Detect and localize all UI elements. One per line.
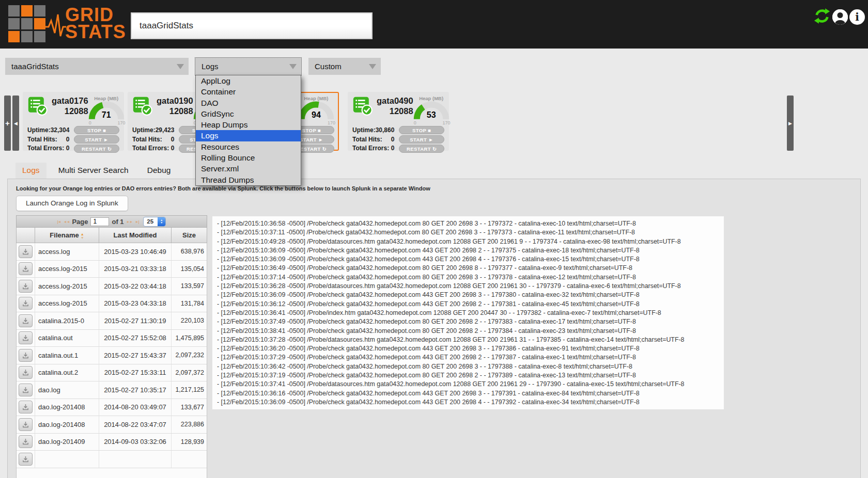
- table-row[interactable]: access.log-2015 2015-03-23 04:33:18 131,…: [17, 295, 207, 313]
- file-size: 1,475,895: [172, 330, 207, 347]
- file-name: dao.log: [35, 381, 99, 399]
- last-page-icon[interactable]: ►|: [135, 220, 138, 224]
- custom-select[interactable]: Custom: [308, 58, 381, 75]
- size-column-header[interactable]: Size: [172, 228, 207, 243]
- download-button[interactable]: [19, 262, 33, 275]
- table-row[interactable]: dao.log-201408 2014-08-22 03:47:07 223,8…: [17, 416, 207, 434]
- grid-select[interactable]: taaaGridStats: [5, 58, 189, 75]
- download-button[interactable]: [19, 314, 33, 327]
- file-modified: 2015-02-27 15:33:11: [99, 364, 172, 381]
- file-name: catalina.out.1: [35, 347, 99, 364]
- table-row[interactable]: dao.log-201408 2014-08-20 03:49:07 133,6…: [17, 399, 207, 417]
- dropdown-option[interactable]: GridSync: [196, 108, 301, 119]
- dropdown-option[interactable]: Resources: [196, 141, 301, 152]
- server-card[interactable]: gata0176 12088 Heap (MB) 71 0 170 Uptime…: [23, 92, 124, 151]
- table-row[interactable]: catalina.out.1 2015-02-27 15:43:37 2,097…: [17, 347, 207, 364]
- log-output[interactable]: - [12/Feb/2015:10:36:58 -0500] /Probe/ch…: [212, 216, 724, 409]
- search-input[interactable]: [131, 12, 373, 39]
- next-page-icon[interactable]: ►►: [127, 220, 133, 224]
- download-button[interactable]: [19, 297, 33, 310]
- dropdown-option[interactable]: Thread Dumps: [196, 174, 301, 185]
- page-of-label: of 1: [112, 218, 123, 226]
- first-page-icon[interactable]: |◄: [57, 220, 61, 224]
- custom-select-value: Custom: [315, 62, 342, 71]
- table-row[interactable]: catalina.out 2015-02-27 15:52:08 1,475,8…: [17, 330, 207, 347]
- errors-value: 0: [391, 145, 395, 154]
- refresh-icon[interactable]: [813, 7, 831, 27]
- info-icon[interactable]: [849, 9, 865, 25]
- download-button[interactable]: [19, 401, 33, 413]
- dropdown-option[interactable]: DAO: [196, 98, 301, 108]
- logo-square: [21, 18, 33, 29]
- restart-button[interactable]: RESTART ↻: [74, 145, 119, 153]
- table-row[interactable]: access.log-2015 2015-03-21 03:33:18 135,…: [17, 261, 207, 278]
- tab[interactable]: Logs: [16, 163, 47, 179]
- heap-max: 170: [328, 120, 335, 125]
- download-button[interactable]: [19, 453, 33, 466]
- dropdown-option[interactable]: Rolling Bounce: [196, 152, 301, 163]
- file-modified: [99, 451, 172, 468]
- hits-label: Total Hits:: [352, 136, 382, 145]
- start-button[interactable]: START ►: [399, 135, 444, 144]
- log-line: - [12/Feb/2015:10:37:29 -0500] /Probe/ch…: [217, 353, 719, 362]
- file-size: 133,677: [172, 399, 207, 416]
- prev-page-icon[interactable]: ◄◄: [64, 220, 70, 224]
- table-row[interactable]: catalina.out.2 2015-02-27 15:33:11 2,097…: [17, 364, 207, 382]
- tab[interactable]: Multi Server Search: [52, 163, 135, 179]
- stop-button[interactable]: STOP ■: [399, 126, 444, 134]
- errors-label: Total Errors:: [132, 145, 169, 154]
- table-row[interactable]: catalina.2015-0 2015-02-27 11:30:19 220,…: [17, 312, 207, 330]
- log-line: - [12/Feb/2015:10:38:41 -0500] /Probe/ch…: [217, 327, 719, 336]
- restart-button[interactable]: RESTART ↻: [399, 145, 444, 153]
- hits-value: 0: [391, 136, 395, 145]
- dropdown-option[interactable]: Server.xml: [196, 163, 301, 174]
- log-line: - [12/Feb/2015:10:37:19 -0500] /Probe/ch…: [217, 371, 719, 380]
- logo-square: [21, 31, 33, 42]
- download-button[interactable]: [19, 435, 33, 448]
- table-pager: |◄ ◄◄ Page of 1 ►► ►| 25 ▲▼: [16, 215, 207, 228]
- scroll-right-rail[interactable]: ▶: [787, 95, 794, 151]
- server-status-icon: [352, 95, 373, 122]
- stop-button[interactable]: STOP ■: [74, 126, 119, 134]
- file-size: [172, 451, 207, 468]
- launch-splunk-button[interactable]: Launch Orange Log in Splunk: [16, 196, 128, 211]
- sort-icon: [81, 232, 84, 239]
- page-size-select[interactable]: 25 ▲▼: [143, 217, 166, 227]
- logo-square: [21, 5, 33, 17]
- page-number-input[interactable]: [90, 217, 109, 226]
- user-icon[interactable]: [832, 9, 848, 25]
- download-button[interactable]: [19, 331, 33, 344]
- dropdown-option[interactable]: ApplLog: [196, 75, 301, 86]
- table-row[interactable]: dao.log 2015-02-27 10:35:17 1,217,125: [17, 381, 207, 399]
- download-button[interactable]: [19, 366, 33, 379]
- table-row[interactable]: access.log-2015 2015-03-22 03:44:18 133,…: [17, 278, 207, 295]
- log-line: - [12/Feb/2015:10:36:58 -0500] /Probe/ch…: [217, 219, 719, 228]
- download-button[interactable]: [19, 418, 33, 431]
- start-button[interactable]: START ►: [74, 135, 119, 144]
- view-select[interactable]: Logs: [195, 58, 301, 75]
- scroll-left-rail[interactable]: ◀: [12, 95, 19, 151]
- download-button[interactable]: [19, 384, 33, 396]
- modified-column-header[interactable]: Last Modified: [99, 228, 172, 243]
- file-modified: 2015-02-27 11:30:19: [99, 312, 172, 329]
- server-card[interactable]: gata0490 12088 Heap (MB) 53 0 170 Uptime…: [348, 92, 449, 151]
- log-line: - [12/Feb/2015:10:36:41 -0500] /Probe/in…: [217, 309, 719, 317]
- download-button[interactable]: [19, 349, 33, 362]
- table-row[interactable]: access.log 2015-03-23 10:46:49 638,976: [17, 243, 207, 261]
- file-modified: 2015-03-23 04:33:18: [99, 295, 172, 312]
- tab[interactable]: Debug: [141, 163, 178, 179]
- file-modified: 2014-08-20 03:49:07: [99, 399, 172, 416]
- dropdown-option[interactable]: Logs: [196, 130, 301, 141]
- table-row[interactable]: dao.log-201409 2014-09-03 03:32:06 128,9…: [17, 434, 207, 451]
- dropdown-option[interactable]: Container: [196, 86, 301, 97]
- dropdown-option[interactable]: Heap Dumps: [196, 119, 301, 130]
- file-size: 2,097,232: [172, 347, 207, 364]
- table-row[interactable]: [17, 451, 207, 468]
- download-button[interactable]: [19, 280, 33, 293]
- table-header: Filename Last Modified Size: [16, 228, 207, 243]
- file-name: catalina.2015-0: [35, 312, 99, 329]
- add-server-rail[interactable]: +: [4, 95, 11, 151]
- filename-column-header[interactable]: Filename: [35, 228, 99, 243]
- table-body: access.log 2015-03-23 10:46:49 638,976: [16, 243, 207, 478]
- download-button[interactable]: [19, 245, 33, 258]
